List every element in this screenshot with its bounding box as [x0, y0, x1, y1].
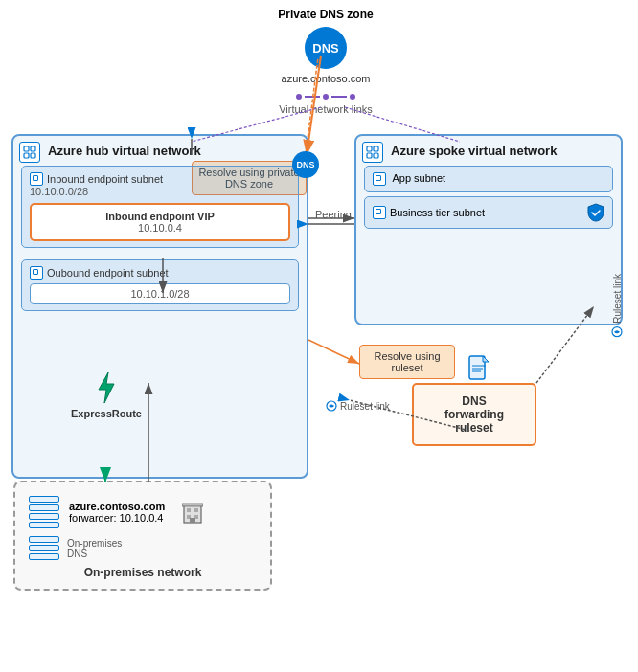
dns-ruleset-line2: forwarding: [422, 408, 527, 421]
inbound-subnet-title: Inbound endpoint subnet: [47, 173, 163, 185]
svg-line-33: [308, 340, 359, 364]
svg-rect-21: [182, 504, 203, 506]
inbound-subnet-box: Inbound endpoint subnet 10.10.0.0/28 Inb…: [21, 166, 299, 248]
dns-circle-top: DNS: [305, 27, 347, 69]
private-dns-zone-label: Private DNS zone: [259, 8, 393, 21]
outbound-subnet-box: Oubound endpoint subnet 10.10.1.0/28: [21, 259, 299, 311]
ruleset-link-bottom: Ruleset link: [326, 400, 390, 412]
svg-rect-6: [374, 146, 378, 151]
expressroute-label: ExpressRoute: [71, 408, 142, 419]
on-premises-dns-label: On-premisesDNS: [67, 538, 122, 559]
on-premises-dns-servers-icon: [29, 536, 59, 560]
ruleset-link-right-icon: [611, 326, 623, 338]
outbound-ip: 10.10.1.0/28: [130, 288, 189, 300]
app-subnet-icon: [373, 172, 386, 186]
dns-forwarding-ruleset-label: DNS forwarding ruleset: [422, 394, 527, 435]
shield-icon: [587, 203, 604, 222]
svg-rect-5: [367, 146, 372, 151]
ruleset-link-bottom-label: Ruleset link: [340, 401, 390, 412]
on-premises-dns-row: On-premisesDNS: [29, 536, 257, 560]
dns-ruleset-line1: DNS: [422, 394, 527, 408]
hub-dns-circle: DNS: [292, 151, 319, 178]
forwarder-ip: forwarder: 10.10.0.4: [69, 512, 165, 524]
dns-forwarder-info: azure.contoso.com forwarder: 10.10.0.4: [69, 501, 165, 524]
svg-rect-0: [24, 146, 29, 151]
svg-marker-4: [99, 372, 114, 403]
svg-rect-20: [190, 518, 195, 523]
on-premises-network-label: On-premises network: [29, 566, 257, 579]
expressroute-section: ExpressRoute: [71, 370, 142, 419]
peering-label: Peering: [314, 209, 353, 220]
on-premises-content: azure.contoso.com forwarder: 10.10.0.4: [29, 496, 257, 528]
ruleset-link-right-section: Ruleset link: [611, 274, 623, 338]
inbound-subnet-icon: [30, 172, 43, 186]
spoke-vnet-box: Azure spoke virtual network App subnet B…: [354, 134, 623, 325]
vip-ip: 10.10.0.4: [39, 222, 281, 234]
svg-rect-7: [367, 153, 372, 158]
spoke-vnet-title: Azure spoke virtual network: [391, 144, 613, 158]
outbound-subnet-icon: [30, 266, 43, 280]
on-premises-servers-icon: [29, 496, 59, 528]
app-subnet-label: App subnet: [392, 172, 445, 184]
spoke-vnet-icon: [362, 142, 383, 163]
outbound-subnet-title: Oubound endpoint subnet: [47, 267, 169, 279]
forwarder-domain: azure.contoso.com: [69, 501, 165, 512]
dns-ruleset-line3: ruleset: [422, 421, 527, 435]
business-subnet-label: Business tier subnet: [390, 207, 485, 218]
dns-forwarding-ruleset-box: DNS forwarding ruleset: [412, 383, 536, 446]
ruleset-link-right-label: Ruleset link: [612, 274, 623, 324]
vip-title: Inbound endpoint VIP: [39, 211, 281, 222]
expressroute-icon: [91, 370, 122, 405]
private-dns-zone-section: Private DNS zone DNS azure.contoso.com V…: [259, 8, 393, 115]
svg-rect-1: [31, 146, 35, 151]
svg-rect-2: [24, 153, 29, 158]
business-subnet-box: Business tier subnet: [364, 196, 613, 229]
vip-box: Inbound endpoint VIP 10.10.0.4: [30, 203, 290, 241]
business-subnet-icon: [373, 206, 386, 219]
svg-rect-17: [194, 508, 198, 512]
hub-vnet-title: Azure hub virtual network: [48, 144, 299, 158]
svg-rect-3: [31, 153, 35, 158]
vnet-links-label: Virtual network links: [259, 103, 393, 115]
diagram-container: Private DNS zone DNS azure.contoso.com V…: [0, 0, 638, 672]
hub-vnet-icon: [19, 142, 40, 163]
svg-rect-8: [374, 153, 378, 158]
outbound-ip-box: 10.10.1.0/28: [30, 283, 290, 304]
dns-domain-label: azure.contoso.com: [259, 73, 393, 84]
hub-vnet-box: Azure hub virtual network Inbound endpoi…: [11, 134, 308, 479]
svg-rect-16: [187, 508, 191, 512]
ruleset-link-bottom-icon: [326, 400, 337, 412]
app-subnet-box: App subnet: [364, 166, 613, 192]
building-icon: [182, 501, 203, 524]
dns-doc-icon: [467, 354, 490, 384]
resolve-ruleset-label: Resolve using ruleset: [359, 345, 455, 379]
inbound-subnet-cidr: 10.10.0.0/28: [30, 186, 290, 197]
on-premises-box: azure.contoso.com forwarder: 10.10.0.4: [13, 481, 272, 591]
vnet-links-icon: [259, 94, 393, 100]
